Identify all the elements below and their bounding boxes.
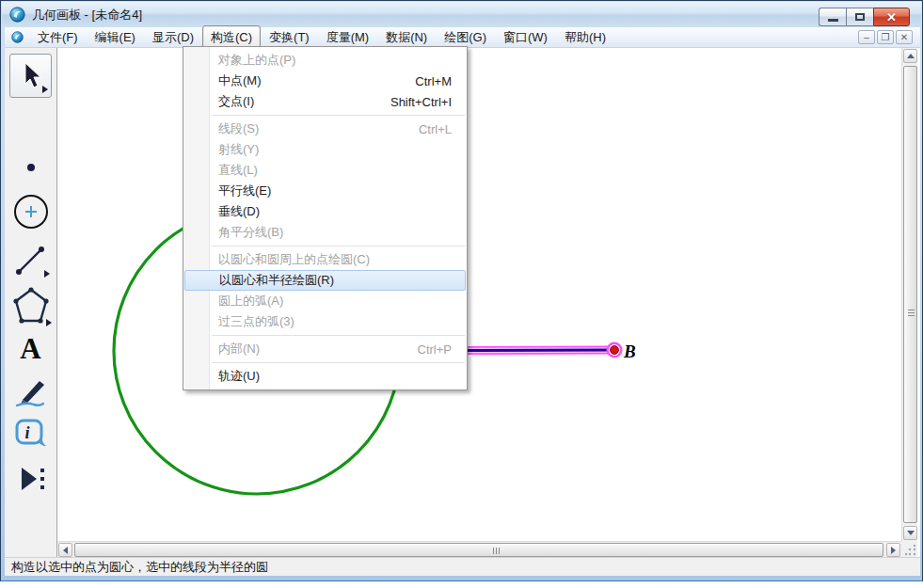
menu-item-interior[interactable]: 内部(N)Ctrl+P <box>184 339 466 359</box>
scroll-left-icon <box>63 547 68 554</box>
custom-tool[interactable] <box>5 459 56 499</box>
menu-item-arc-through-3-points[interactable]: 过三点的弧(3) <box>184 311 466 332</box>
menu-bar: 文件(F) 编辑(E) 显示(D) 构造(C) 变换(T) 度量(M) 数据(N… <box>5 27 920 48</box>
menu-separator <box>212 362 465 363</box>
compass-circle-tool[interactable] <box>5 191 56 232</box>
tool-palette: A i <box>5 48 57 557</box>
child-minimize-button[interactable]: – <box>858 30 875 44</box>
point-tool[interactable] <box>5 154 56 181</box>
status-bar: 构造以选中的点为圆心，选中的线段为半径的圆 <box>5 557 920 576</box>
straightedge-segment-tool[interactable] <box>5 239 56 280</box>
document-icon <box>11 31 24 43</box>
selection-arrow-tool[interactable] <box>9 54 52 98</box>
horizontal-scroll-thumb[interactable] <box>74 543 883 557</box>
text-tool[interactable]: A <box>5 330 56 366</box>
close-button[interactable]: ✕ <box>873 8 910 26</box>
point-icon <box>25 162 37 173</box>
menu-item-line[interactable]: 直线(L) <box>184 160 466 181</box>
minimize-button[interactable] <box>819 8 846 26</box>
flyout-arrow-icon <box>46 319 52 326</box>
marker-tool[interactable] <box>5 373 56 412</box>
menu-item-circle-by-center-radius[interactable]: 以圆心和半径绘圆(R) <box>184 270 466 291</box>
child-close-button[interactable]: ✕ <box>896 30 913 44</box>
maximize-button[interactable] <box>846 8 873 26</box>
point-b <box>611 346 619 355</box>
information-tool[interactable]: i <box>5 415 56 454</box>
screen: 几何画板 - [未命名4] ✕ 文件(F) 编辑(E) 显示(D) 构造(C) … <box>0 0 923 588</box>
scroll-up-button[interactable] <box>903 49 917 63</box>
menu-file[interactable]: 文件(F) <box>29 25 87 50</box>
circle-icon <box>11 192 51 231</box>
menu-edit[interactable]: 编辑(E) <box>87 25 144 50</box>
menu-separator <box>212 335 465 336</box>
menu-item-angle-bisector[interactable]: 角平分线(B) <box>184 222 466 243</box>
menu-item-point-on-object[interactable]: 对象上的点(P) <box>184 50 466 71</box>
info-bubble-icon: i <box>12 417 50 453</box>
scroll-down-icon <box>907 531 915 535</box>
vertical-scroll-thumb[interactable] <box>903 66 917 523</box>
scroll-down-button[interactable] <box>903 526 917 540</box>
resize-grip[interactable] <box>901 541 917 557</box>
scroll-right-button[interactable] <box>886 543 900 557</box>
menu-item-parallel-line[interactable]: 平行线(E) <box>184 181 466 201</box>
scroll-up-icon <box>907 54 915 58</box>
arrow-cursor-icon <box>17 60 45 92</box>
polygon-icon <box>10 284 52 327</box>
window-title: 几何画板 - [未命名4] <box>32 7 142 24</box>
menu-item-intersection[interactable]: 交点(I)Shift+Ctrl+I <box>184 91 466 112</box>
menu-separator <box>212 246 465 246</box>
child-window-controls: – ❐ ✕ <box>858 30 913 44</box>
child-restore-button[interactable]: ❐ <box>877 30 894 44</box>
horizontal-scrollbar[interactable] <box>57 541 901 557</box>
point-b-label: B <box>623 342 636 361</box>
polygon-tool[interactable] <box>5 283 56 328</box>
titlebar-buttons: ✕ <box>819 8 910 26</box>
construct-menu-popup: 对象上的点(P) 中点(M)Ctrl+M 交点(I)Shift+Ctrl+I 线… <box>183 46 468 390</box>
svg-text:i: i <box>24 423 29 442</box>
scroll-right-icon <box>891 547 896 554</box>
scroll-left-button[interactable] <box>58 543 72 557</box>
maximize-icon <box>855 13 865 21</box>
close-icon: ✕ <box>886 11 897 24</box>
menu-window[interactable]: 窗口(W) <box>495 25 556 50</box>
menu-item-locus[interactable]: 轨迹(U) <box>184 366 466 387</box>
marker-pen-icon <box>11 373 51 411</box>
flyout-arrow-icon <box>44 270 50 278</box>
title-bar[interactable]: 几何画板 - [未命名4] ✕ <box>2 2 921 27</box>
resize-grip-icon <box>905 545 916 556</box>
minimize-icon <box>828 19 838 22</box>
menu-item-circle-by-center-point[interactable]: 以圆心和圆周上的点绘圆(C) <box>184 249 466 270</box>
vertical-scrollbar[interactable] <box>901 48 917 541</box>
flyout-arrow-icon <box>42 86 48 93</box>
menu-item-midpoint[interactable]: 中点(M)Ctrl+M <box>184 71 466 91</box>
custom-tool-icon <box>14 463 48 495</box>
background-window-sliver <box>0 581 923 588</box>
menu-item-perpendicular-line[interactable]: 垂线(D) <box>184 201 466 222</box>
menu-item-ray[interactable]: 射线(Y) <box>184 139 466 160</box>
menu-item-arc-on-circle[interactable]: 圆上的弧(A) <box>184 291 466 311</box>
menu-item-segment[interactable]: 线段(S)Ctrl+L <box>184 119 466 139</box>
app-logo-icon <box>9 7 25 23</box>
status-message: 构造以选中的点为圆心，选中的线段为半径的圆 <box>11 559 268 576</box>
text-tool-icon: A <box>20 334 40 363</box>
menu-help[interactable]: 帮助(H) <box>556 25 614 50</box>
app-window: 几何画板 - [未命名4] ✕ 文件(F) 编辑(E) 显示(D) 构造(C) … <box>0 0 923 581</box>
menu-separator <box>212 115 465 116</box>
